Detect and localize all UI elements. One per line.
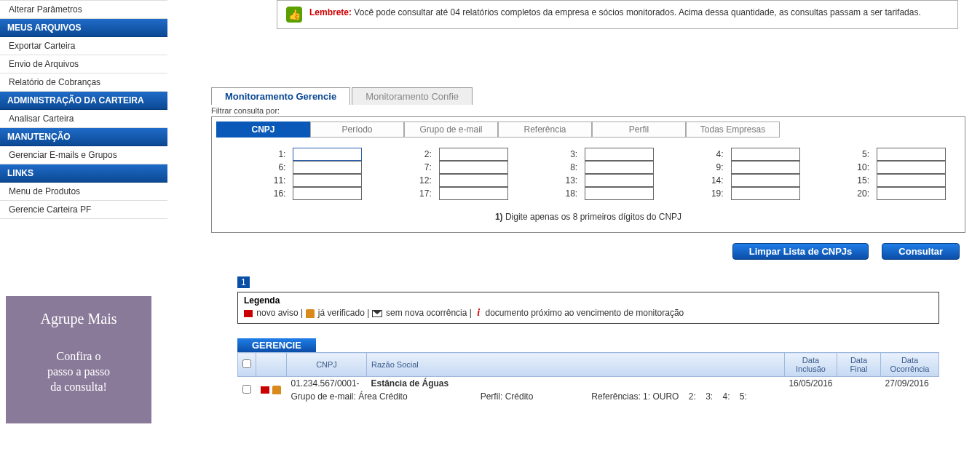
cnpj-input-9[interactable] [731, 161, 800, 174]
sidebar-item-relatorio-cobrancas[interactable]: Relatório de Cobranças [0, 73, 167, 92]
th-cnpj: CNPJ [287, 353, 367, 377]
filter-tab-cnpj[interactable]: CNPJ [216, 122, 310, 138]
reminder-text: Você pode consultar até 04 relatórios co… [354, 7, 920, 17]
th-data-inclusao: Data Inclusão [784, 353, 837, 377]
promo-line2: passo a passo [13, 365, 144, 380]
cnpj-input-2[interactable] [439, 148, 508, 161]
sidebar-item-alterar-parametros[interactable]: Alterar Parâmetros [0, 0, 167, 19]
row-ref-3: 3: [706, 391, 713, 402]
verified-icon [306, 309, 315, 318]
promo-box[interactable]: Agrupe Mais Confira o passo a passo da c… [6, 296, 151, 423]
row-grupo-email-label: Grupo de e-mail: [291, 391, 356, 402]
cnpj-label-3: 3: [558, 149, 577, 159]
cell-data-final [837, 377, 881, 391]
cnpj-input-13[interactable] [585, 174, 654, 187]
row-ref-2: 2: [689, 391, 696, 402]
tab-monitoramento-gerencie[interactable]: Monitoramento Gerencie [211, 87, 350, 105]
cnpj-input-4[interactable] [731, 148, 800, 161]
no-occurrence-icon [372, 310, 382, 317]
legend-title: Legenda [244, 295, 933, 306]
filter-tab-periodo[interactable]: Período [310, 122, 404, 138]
new-alert-icon [244, 310, 253, 317]
filter-tab-grupo-email[interactable]: Grupo de e-mail [404, 122, 498, 138]
row-verified-icon [272, 386, 281, 394]
hint-number: 1) [495, 212, 503, 222]
cnpj-input-8[interactable] [585, 161, 654, 174]
cnpj-label-2: 2: [413, 149, 432, 159]
cell-cnpj: 01.234.567/0001- [287, 377, 367, 391]
cnpj-input-11[interactable] [293, 174, 362, 187]
cnpj-input-10[interactable] [877, 161, 946, 174]
cnpj-label-16: 16: [266, 188, 285, 199]
cnpj-input-19[interactable] [731, 187, 800, 200]
cnpj-label-9: 9: [705, 162, 724, 172]
legend-box: Legenda novo aviso | já verificado | sem… [237, 292, 939, 324]
filter-tab-perfil[interactable]: Perfil [592, 122, 686, 138]
cnpj-input-17[interactable] [439, 187, 508, 200]
row-checkbox[interactable] [242, 385, 251, 394]
cnpj-input-6[interactable] [293, 161, 362, 174]
cnpj-input-16[interactable] [293, 187, 362, 200]
cnpj-label-19: 19: [705, 188, 724, 199]
cnpj-input-12[interactable] [439, 174, 508, 187]
legend-no-occurrence: sem nova ocorrência [386, 308, 467, 318]
cnpj-label-1: 1: [266, 149, 285, 159]
cnpj-input-20[interactable] [877, 187, 946, 200]
filter-tab-todas-empresas[interactable]: Todas Empresas [686, 122, 780, 138]
row-ref-4: 4: [722, 391, 730, 402]
cell-data-ocorrencia: 27/09/2016 [881, 377, 939, 391]
cnpj-input-18[interactable] [585, 187, 654, 200]
sidebar-header-administracao: ADMINISTRAÇÃO DA CARTEIRA [0, 92, 167, 110]
cnpj-input-5[interactable] [877, 148, 946, 161]
sidebar-item-envio-arquivos[interactable]: Envio de Arquivos [0, 55, 167, 73]
th-razao-social: Razão Social [367, 353, 785, 377]
sidebar-header-links: LINKS [0, 164, 167, 183]
thumbs-up-icon: 👍 [286, 7, 302, 23]
cnpj-label-6: 6: [266, 162, 285, 172]
cnpj-input-15[interactable] [877, 174, 946, 187]
sidebar-item-exportar-carteira[interactable]: Exportar Carteira [0, 37, 167, 55]
sidebar-header-meus-arquivos: MEUS ARQUIVOS [0, 19, 167, 37]
filter-tab-referencia[interactable]: Referência [498, 122, 592, 138]
legend-expiring: documento próximo ao vencimento de monit… [485, 308, 684, 318]
cnpj-label-20: 20: [850, 188, 869, 199]
cnpj-label-8: 8: [558, 162, 577, 172]
row-perfil-value: Crédito [505, 391, 534, 402]
reminder-box: 👍 Lembrete: Você pode consultar até 04 r… [277, 0, 958, 29]
legend-new-alert: novo aviso [256, 308, 298, 318]
sidebar-item-gerencie-carteira-pf[interactable]: Gerencie Carteira PF [0, 201, 167, 219]
select-all-checkbox[interactable] [242, 359, 251, 368]
row-referencias-label: Referências: [591, 391, 640, 402]
cnpj-input-3[interactable] [585, 148, 654, 161]
promo-line1: Confira o [13, 349, 144, 365]
row-ref-5: 5: [740, 391, 747, 402]
cell-data-inclusao: 16/05/2016 [784, 377, 837, 391]
hint-text: Digite apenas os 8 primeiros dígitos do … [503, 212, 681, 222]
cnpj-input-1[interactable] [293, 148, 362, 161]
cnpj-label-13: 13: [558, 175, 577, 186]
cell-razao-social: Estância de Águas [367, 377, 785, 391]
legend-verified: já verificado [318, 308, 365, 318]
consultar-button[interactable]: Consultar [882, 243, 960, 260]
reminder-label: Lembrete: [309, 7, 352, 17]
promo-title: Agrupe Mais [13, 311, 144, 327]
cnpj-label-10: 10: [850, 162, 869, 172]
cnpj-input-7[interactable] [439, 161, 508, 174]
sidebar-header-manutencao: MANUTENÇÃO [0, 128, 167, 146]
cnpj-label-5: 5: [850, 149, 869, 159]
row-grupo-email-value: Área Crédito [358, 391, 407, 402]
cnpj-label-4: 4: [705, 149, 724, 159]
cnpj-label-11: 11: [266, 175, 285, 186]
row-new-alert-icon [261, 386, 269, 394]
sidebar-item-gerenciar-emails[interactable]: Gerenciar E-mails e Grupos [0, 146, 167, 164]
sidebar-item-analisar-carteira[interactable]: Analisar Carteira [0, 110, 167, 128]
cnpj-label-15: 15: [850, 175, 869, 186]
cnpj-input-14[interactable] [731, 174, 800, 187]
row-ref-1: 1: OURO [643, 391, 679, 402]
th-data-ocorrencia: Data Ocorrência [881, 353, 939, 377]
page-1[interactable]: 1 [237, 276, 250, 288]
tab-monitoramento-confie[interactable]: Monitoramento Confie [352, 87, 473, 105]
sidebar-item-menu-produtos[interactable]: Menu de Produtos [0, 183, 167, 201]
clear-cnpj-list-button[interactable]: Limpar Lista de CNPJs [732, 243, 869, 260]
cnpj-label-14: 14: [705, 175, 724, 186]
